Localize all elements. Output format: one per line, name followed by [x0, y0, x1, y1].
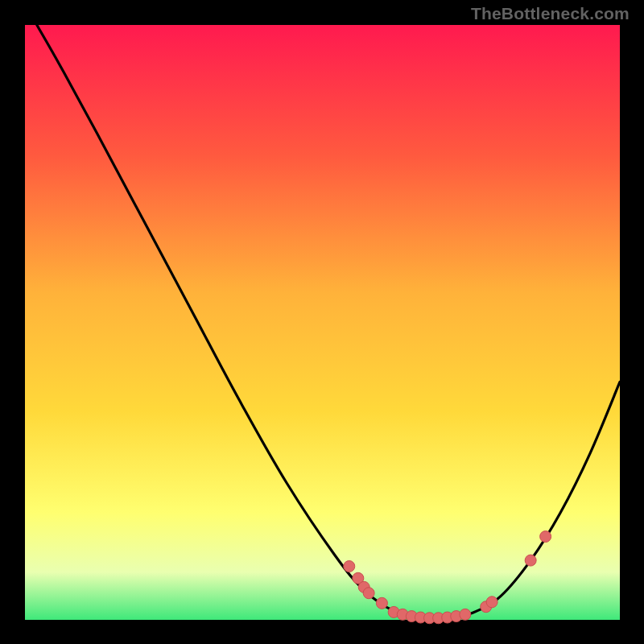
data-point: [525, 555, 536, 566]
watermark-text: TheBottleneck.com: [471, 4, 630, 23]
data-point: [460, 609, 471, 620]
data-point: [540, 531, 551, 543]
data-point: [376, 597, 387, 609]
data-point: [486, 597, 497, 608]
chart-container: TheBottleneck.com: [0, 0, 644, 644]
data-point: [363, 588, 374, 599]
data-point: [344, 560, 355, 572]
plot-background: [25, 25, 620, 620]
bottleneck-chart: [0, 0, 644, 644]
